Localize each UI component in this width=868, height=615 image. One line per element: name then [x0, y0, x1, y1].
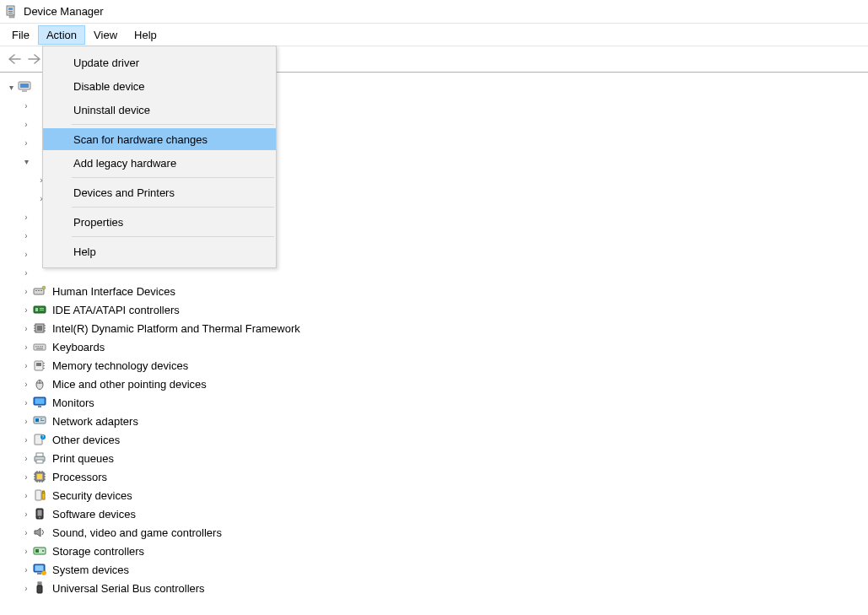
menu-add-legacy[interactable]: Add legacy hardware: [43, 152, 276, 174]
tree-node-other[interactable]: › ? Other devices: [5, 430, 868, 449]
tree-node-security[interactable]: › Security devices: [5, 486, 868, 504]
tree-node-monitors[interactable]: › Monitors: [5, 393, 868, 412]
tree-node-software[interactable]: › Software devices: [5, 504, 868, 523]
tree-label: Software devices: [51, 505, 137, 523]
chevron-right-icon[interactable]: ›: [20, 264, 32, 282]
menu-help[interactable]: Help: [43, 240, 276, 262]
chevron-right-icon[interactable]: ›: [20, 245, 32, 263]
svg-point-12: [42, 286, 46, 289]
mouse-icon: [32, 377, 47, 391]
forward-icon[interactable]: [25, 50, 44, 68]
tree-node-mem-tech[interactable]: › Memory technology devices: [5, 356, 868, 375]
other-devices-icon: ?: [32, 433, 47, 446]
tree-node-print[interactable]: › Print queues: [5, 449, 868, 467]
svg-rect-8: [34, 289, 44, 294]
svg-rect-79: [38, 582, 41, 585]
svg-rect-9: [35, 290, 37, 291]
svg-rect-1: [8, 8, 13, 10]
chevron-down-icon[interactable]: ▾: [5, 78, 17, 96]
chevron-right-icon[interactable]: ›: [20, 542, 32, 560]
tree-node-sound[interactable]: › Sound, video and game controllers: [5, 523, 868, 542]
tree-label: IDE ATA/ATAPI controllers: [51, 301, 181, 319]
chevron-down-icon[interactable]: ▾: [20, 153, 32, 170]
network-icon: [32, 414, 47, 428]
dropdown-separator: [72, 124, 274, 125]
chevron-right-icon[interactable]: ›: [20, 301, 32, 319]
processor-icon: [32, 470, 47, 483]
dropdown-separator: [72, 207, 274, 208]
svg-rect-76: [35, 565, 44, 571]
chevron-right-icon[interactable]: ›: [20, 320, 32, 337]
tree-label: Universal Serial Bus controllers: [51, 580, 207, 597]
svg-rect-82: [40, 583, 40, 585]
tree-label: Security devices: [51, 487, 134, 504]
menu-scan-hardware[interactable]: Scan for hardware changes: [43, 128, 276, 150]
menu-disable-device[interactable]: Disable device: [43, 75, 276, 97]
tree-node-system[interactable]: › System devices: [5, 560, 868, 579]
hid-icon: [32, 284, 47, 298]
svg-rect-77: [37, 573, 41, 575]
titlebar: Device Manager: [0, 0, 868, 24]
usb-icon: [32, 581, 47, 595]
monitor-icon: [32, 396, 47, 409]
chevron-right-icon[interactable]: ›: [20, 431, 32, 449]
chevron-right-icon[interactable]: ›: [20, 413, 32, 430]
chevron-right-icon[interactable]: ›: [20, 580, 32, 597]
menu-file[interactable]: File: [3, 25, 38, 45]
tree-node-ide[interactable]: › IDE ATA/ATAPI controllers: [5, 300, 868, 319]
svg-rect-81: [39, 583, 40, 585]
tree-label: Intel(R) Dynamic Platform and Thermal Fr…: [51, 320, 302, 337]
tree-node-usb[interactable]: › Universal Serial Bus controllers: [5, 579, 868, 597]
action-dropdown: Update driver Disable device Uninstall d…: [42, 46, 277, 268]
menu-devices-printers[interactable]: Devices and Printers: [43, 181, 276, 203]
tree-node-storage[interactable]: › Storage controllers: [5, 542, 868, 560]
svg-rect-50: [36, 453, 43, 456]
svg-rect-73: [35, 549, 39, 553]
chevron-right-icon[interactable]: ›: [20, 227, 32, 245]
chevron-right-icon[interactable]: ›: [20, 375, 32, 393]
tree-node-hid[interactable]: › Human Interface Devices: [5, 282, 868, 300]
chevron-right-icon[interactable]: ›: [20, 561, 32, 579]
tree-node-network[interactable]: › Network adapters: [5, 412, 868, 430]
menu-action[interactable]: Action: [38, 25, 85, 45]
printer-icon: [32, 451, 47, 465]
svg-rect-15: [40, 308, 44, 309]
menu-view[interactable]: View: [85, 25, 126, 45]
svg-rect-11: [40, 290, 42, 291]
tree-node-keyboards[interactable]: › Keyboards: [5, 337, 868, 356]
tree-node-intel-dptf[interactable]: › Intel(R) Dynamic Platform and Thermal …: [5, 319, 868, 337]
svg-rect-26: [35, 346, 37, 348]
chevron-right-icon[interactable]: ›: [20, 505, 32, 523]
tree-label: Mice and other pointing devices: [51, 375, 208, 393]
chevron-right-icon[interactable]: ›: [20, 450, 32, 467]
svg-rect-18: [37, 326, 42, 331]
svg-rect-4: [9, 15, 14, 18]
chevron-right-icon[interactable]: ›: [20, 357, 32, 375]
chevron-right-icon[interactable]: ›: [20, 394, 32, 412]
chevron-right-icon[interactable]: ›: [20, 97, 32, 115]
menu-uninstall-device[interactable]: Uninstall device: [43, 99, 276, 121]
keyboard-icon: [32, 340, 47, 353]
chevron-right-icon[interactable]: ›: [20, 524, 32, 542]
tree-node-mice[interactable]: › Mice and other pointing devices: [5, 375, 868, 393]
chevron-right-icon[interactable]: ›: [20, 116, 32, 133]
chevron-right-icon[interactable]: ›: [20, 468, 32, 486]
chevron-right-icon[interactable]: ›: [20, 134, 32, 152]
menu-properties[interactable]: Properties: [43, 211, 276, 233]
tree-node-processors[interactable]: › Processors: [5, 467, 868, 486]
chevron-right-icon[interactable]: ›: [20, 338, 32, 356]
svg-rect-14: [35, 308, 38, 311]
storage-icon: [32, 544, 47, 558]
computer-icon: [17, 80, 32, 94]
svg-rect-67: [42, 493, 45, 499]
menu-update-driver[interactable]: Update driver: [43, 51, 276, 73]
svg-rect-6: [20, 84, 29, 88]
svg-rect-41: [38, 406, 41, 407]
menu-help[interactable]: Help: [126, 25, 165, 45]
chevron-right-icon[interactable]: ›: [20, 487, 32, 504]
back-icon[interactable]: [5, 50, 24, 68]
svg-rect-53: [37, 474, 42, 479]
svg-point-78: [42, 571, 46, 575]
chevron-right-icon[interactable]: ›: [20, 208, 32, 226]
chevron-right-icon[interactable]: ›: [20, 283, 32, 300]
